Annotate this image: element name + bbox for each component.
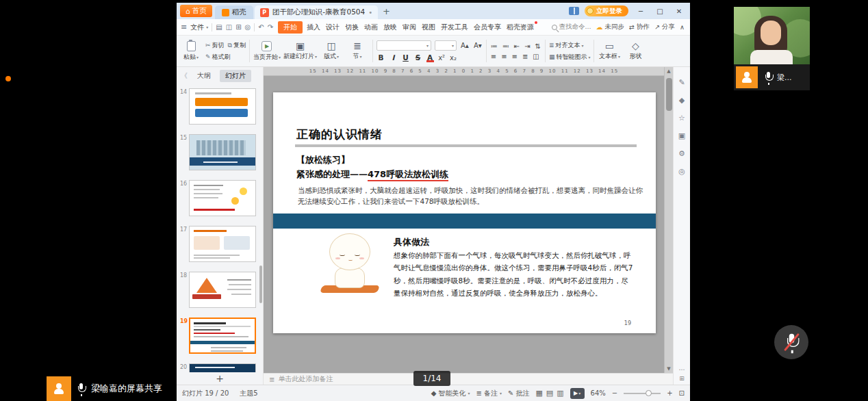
slide-thumbnail-18[interactable]: 18: [189, 272, 256, 308]
font-color-icon[interactable]: A: [426, 53, 434, 62]
close-button[interactable]: ✕: [672, 8, 686, 15]
bold-button[interactable]: B: [376, 53, 385, 62]
participant-avatar[interactable]: [736, 66, 758, 88]
tab-transition[interactable]: 切换: [342, 21, 361, 34]
sync-status[interactable]: ☁ 未同步: [596, 23, 625, 31]
zoom-out-icon[interactable]: −: [612, 389, 617, 397]
format-painter-button[interactable]: ✎格式刷: [205, 53, 231, 62]
tab-slideshow[interactable]: 放映: [381, 21, 400, 34]
play-from-current-button[interactable]: ▶ 当页开始▾: [253, 38, 281, 64]
slide-canvas[interactable]: 正确的认识情绪 【放松练习】 紧张感的处理——478呼吸法放松训练 当感到恐惧或…: [273, 92, 656, 333]
split-view-icon[interactable]: [569, 7, 579, 15]
properties-icon[interactable]: ✎: [678, 78, 685, 87]
docer-tab[interactable]: 稻壳: [215, 5, 253, 19]
settings-icon[interactable]: ⚙: [678, 149, 685, 158]
sharer-avatar[interactable]: [47, 376, 71, 401]
collaborate-button[interactable]: ⇄ 协作: [629, 23, 650, 31]
subscript-icon[interactable]: x₂: [449, 54, 457, 62]
justify-icon[interactable]: ≣: [522, 53, 528, 60]
superscript-icon[interactable]: x²: [437, 54, 446, 62]
slide-thumbnail-16[interactable]: 16: [189, 180, 256, 216]
layout-button[interactable]: ◫ 版式▾: [320, 38, 343, 64]
copy-button[interactable]: ⧉复制: [228, 41, 246, 50]
new-slide-button[interactable]: ▣ 新建幻灯片▾: [283, 38, 317, 64]
more-icon[interactable]: ⋯: [679, 366, 685, 373]
notes-bar[interactable]: ≣ 单击此处添加备注: [264, 373, 673, 385]
command-search[interactable]: 查找命令...: [552, 23, 591, 31]
maximize-button[interactable]: □: [653, 8, 667, 15]
participant-mic-icon[interactable]: [764, 72, 773, 83]
collapse-ribbon-icon[interactable]: ∧: [680, 23, 685, 31]
notes-button[interactable]: ≣ 备注▾: [476, 389, 502, 398]
tab-member[interactable]: 会员专享: [471, 21, 504, 34]
redo-icon[interactable]: ↷: [268, 23, 273, 31]
help-icon[interactable]: ◎: [678, 167, 685, 176]
cut-button[interactable]: ✂剪切: [205, 41, 225, 50]
new-tab-button[interactable]: +: [383, 6, 390, 16]
comment-button[interactable]: ✎ 批注: [508, 389, 529, 398]
increase-indent-icon[interactable]: ⇥: [524, 42, 531, 50]
slide-thumbnail-19-selected[interactable]: 19: [189, 318, 256, 354]
document-tab[interactable]: P 团干部心理知识-康教育0504 •: [255, 5, 378, 19]
comments-panel-icon[interactable]: ▣: [678, 131, 685, 140]
tab-insert[interactable]: 插入: [304, 21, 323, 34]
minimize-button[interactable]: ─: [634, 8, 648, 15]
slide-thumbnail-17[interactable]: 17: [189, 226, 256, 262]
login-button[interactable]: 立即登录: [585, 5, 628, 16]
decrease-font-icon[interactable]: A▾: [473, 42, 483, 49]
zoom-knob[interactable]: [646, 390, 652, 396]
scrollbar-thumb[interactable]: [666, 78, 672, 111]
tab-devtools[interactable]: 开发工具: [438, 21, 471, 34]
grid-icon[interactable]: ⊞: [679, 375, 685, 382]
line-spacing-icon[interactable]: ⇅: [535, 42, 541, 50]
smart-art-button[interactable]: ▦转智能图示▾: [549, 53, 591, 62]
smart-beautify-button[interactable]: ◆ 智能美化▾: [431, 389, 470, 398]
numbered-list-icon[interactable]: ≕: [502, 42, 510, 50]
file-menu[interactable]: 文件▾: [190, 23, 208, 32]
slide-thumbnail-20[interactable]: 20: [189, 363, 256, 372]
effects-icon[interactable]: ◆: [679, 96, 685, 105]
reading-view-icon[interactable]: ▥: [557, 389, 563, 398]
zoom-slider[interactable]: [624, 393, 661, 394]
preview-icon[interactable]: ◎: [245, 23, 251, 31]
align-text-button[interactable]: ≣对齐文本▾: [549, 41, 584, 50]
italic-button[interactable]: I: [389, 53, 398, 62]
tab-animation[interactable]: 动画: [361, 21, 381, 34]
vertical-scrollbar[interactable]: ▲ ▼: [664, 67, 673, 373]
zoom-in-icon[interactable]: +: [667, 389, 672, 397]
add-slide-button[interactable]: +: [177, 372, 263, 385]
collapse-panel-icon[interactable]: 《: [181, 71, 188, 81]
tab-review[interactable]: 审阅: [400, 21, 419, 34]
tab-docer-resources[interactable]: 稻壳资源: [504, 21, 537, 34]
output-icon[interactable]: ◫: [226, 23, 232, 31]
save-icon[interactable]: ▤: [216, 23, 222, 31]
slide-thumbnail-15[interactable]: 15: [189, 134, 256, 170]
zoom-level[interactable]: 64%: [591, 389, 606, 397]
theme-name[interactable]: 主题5: [240, 389, 257, 398]
align-left-icon[interactable]: ≡: [490, 53, 497, 60]
align-center-icon[interactable]: ≡: [500, 53, 507, 60]
print-icon[interactable]: ⊞: [235, 23, 241, 31]
tab-home[interactable]: 开始: [278, 21, 303, 34]
favorites-icon[interactable]: ☆: [678, 114, 685, 122]
section-button[interactable]: ≣ 节▾: [346, 38, 369, 64]
hamburger-icon[interactable]: ≡: [181, 23, 187, 31]
font-family-select[interactable]: ▾: [376, 40, 431, 51]
underline-button[interactable]: U: [401, 53, 410, 62]
notification-dot[interactable]: [5, 76, 11, 81]
font-size-select[interactable]: ▾: [435, 40, 457, 51]
slideshow-play-button[interactable]: ▶▾: [570, 388, 585, 399]
scroll-down-icon[interactable]: ▼: [665, 365, 673, 373]
shape-button[interactable]: ◇ 形状: [624, 38, 647, 64]
normal-view-icon[interactable]: ▦: [535, 389, 542, 398]
home-tab-button[interactable]: ⌂ 首页: [180, 5, 212, 17]
slide-thumbnail-14[interactable]: 14: [189, 88, 256, 125]
tab-outline[interactable]: 大纲: [192, 70, 216, 82]
paste-button[interactable]: 粘贴▾: [179, 38, 203, 64]
sharer-mic-icon[interactable]: [77, 383, 86, 395]
fit-slide-icon[interactable]: ⊡: [679, 389, 685, 397]
textbox-button[interactable]: ▭ 文本框▾: [598, 38, 621, 64]
participant-video-tile[interactable]: 梁...: [734, 7, 810, 90]
sorter-view-icon[interactable]: ▤: [546, 389, 553, 398]
microphone-muted-button[interactable]: [774, 325, 808, 359]
